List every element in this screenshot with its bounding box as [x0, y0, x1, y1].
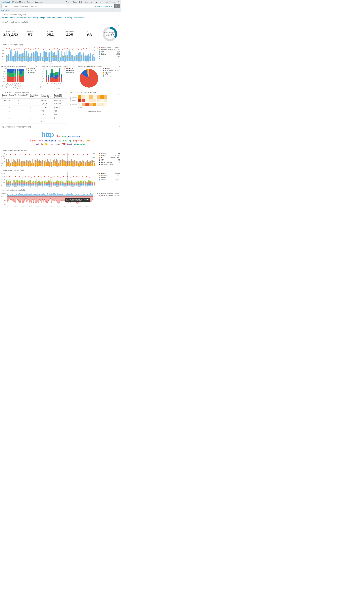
- edit-button[interactable]: Edit: [79, 1, 82, 3]
- table-row[interactable]: 111128128: [1, 113, 67, 116]
- expand-icon[interactable]: ⤢: [36, 66, 37, 68]
- table-header[interactable]: Destination Ports ◇: [29, 93, 41, 98]
- heat-cell[interactable]: [85, 103, 89, 106]
- table-header[interactable]: Destination(s) ◇: [17, 93, 29, 98]
- heat-cell[interactable]: [93, 99, 96, 102]
- legend-item[interactable]: Attempt1,040: [99, 179, 120, 181]
- legend-toggle-icon[interactable]: ❯: [96, 192, 98, 195]
- table-header[interactable]: Bandwidth (Outgoing) ◇: [53, 93, 67, 98]
- legend-item[interactable]: Intrusion Detection Ev457.8: [99, 49, 120, 51]
- table-row[interactable]: 10100: [1, 120, 67, 123]
- legend-item[interactable]: 84.2: [99, 55, 120, 57]
- legend-toggle-icon[interactable]: ❯: [100, 68, 102, 89]
- heat-cell[interactable]: [85, 99, 89, 102]
- wordcloud-word[interactable]: netbios-dgm: [74, 143, 85, 145]
- legend-item[interactable]: Firewall1,760.8: [99, 155, 120, 157]
- wordcloud-word[interactable]: snmp: [38, 140, 43, 142]
- expand-icon[interactable]: ⤢: [65, 91, 67, 93]
- legend-item[interactable]: VPN77: [99, 159, 120, 161]
- table-header[interactable]: Source(s) ◇: [8, 93, 17, 98]
- heatmap-prev-icon[interactable]: ❮: [118, 93, 120, 96]
- legend-item[interactable]: /Attempt: [28, 71, 36, 73]
- table-row[interactable]: 353275,800264,950: [1, 106, 67, 109]
- legend-toggle-icon[interactable]: ❯: [96, 47, 98, 49]
- add-filter-button[interactable]: Add a filter +: [1, 9, 10, 11]
- heat-cell[interactable]: [104, 103, 107, 106]
- expand-icon[interactable]: ⤢: [118, 169, 120, 171]
- heat-cell[interactable]: [93, 95, 96, 99]
- legend-item[interactable]: VPN: [103, 73, 120, 75]
- heat-cell[interactable]: [104, 99, 107, 102]
- legend-item[interactable]: /Success: [28, 69, 36, 71]
- legend-item[interactable]: Events2,258: [99, 152, 120, 155]
- heat-cell[interactable]: [89, 103, 92, 106]
- table-header[interactable]: Bandwidth (Incoming) ◇: [41, 93, 53, 98]
- legend-item[interactable]: Content Security0: [99, 161, 120, 163]
- expand-icon[interactable]: ⤢: [119, 66, 120, 68]
- legend-item[interactable]: VPN81.4: [99, 51, 120, 53]
- lucene-hint[interactable]: Uses lucene query syntax: [92, 4, 114, 8]
- time-range-picker[interactable]: Last 24 hours: [105, 1, 115, 3]
- heat-cell[interactable]: [97, 99, 100, 102]
- wordcloud-word[interactable]: tcp: [58, 139, 61, 142]
- legend-item[interactable]: Success630: [99, 175, 120, 177]
- heat-cell[interactable]: [82, 103, 85, 106]
- legend-item[interactable]: Anti-Virus: [103, 71, 120, 73]
- expand-icon[interactable]: ⤢: [118, 150, 120, 151]
- wordcloud-word[interactable]: smtp: [62, 135, 66, 137]
- legend-item[interactable]: Firewall: [103, 68, 120, 69]
- table-row[interactable]: 101775456: [1, 109, 67, 113]
- legend-toggle-icon[interactable]: ❯: [25, 68, 27, 88]
- nav-link[interactable]: DNS Overview: [74, 17, 85, 19]
- legend-toggle-icon[interactable]: ❯: [96, 152, 98, 155]
- legend-item[interactable]: Failure570: [99, 177, 120, 179]
- legend-toggle-icon[interactable]: ❯: [96, 172, 98, 175]
- legend-item[interactable]: Inbound Bandwidth10.1MB: [99, 192, 120, 194]
- wordcloud-word[interactable]: ms-sql-m: [44, 139, 56, 142]
- heat-cell[interactable]: [97, 95, 100, 99]
- wordcloud-word[interactable]: telnet: [67, 143, 72, 145]
- heat-cell[interactable]: [97, 103, 100, 106]
- legend-item[interactable]: /Failure: [28, 68, 36, 69]
- heat-cell[interactable]: [78, 99, 81, 102]
- nav-link[interactable]: Network Overview: [1, 17, 15, 19]
- clone-button[interactable]: Clone: [73, 1, 77, 3]
- wordcloud-word[interactable]: 255: [56, 135, 60, 138]
- wordcloud-word[interactable]: FTP: [62, 143, 65, 145]
- expand-icon[interactable]: ⤢: [118, 14, 120, 15]
- legend-item[interactable]: /Attempt: [66, 69, 74, 71]
- wordcloud-word[interactable]: ssh: [51, 143, 54, 145]
- legend-item[interactable]: Outbound Bandwid-32.0MB: [99, 194, 120, 196]
- reporting-button[interactable]: Reporting: [84, 1, 92, 3]
- expand-icon[interactable]: ⤢: [118, 43, 120, 45]
- wordcloud-word[interactable]: ftp: [69, 140, 71, 142]
- nav-link[interactable]: Network Suspicious Activity: [17, 17, 38, 19]
- heat-cell[interactable]: [82, 99, 85, 102]
- nav-link[interactable]: Endpoint OS Activity: [57, 17, 72, 19]
- table-row[interactable]: 12100: [1, 116, 67, 120]
- time-next-icon[interactable]: ❯: [118, 1, 120, 3]
- legend-item[interactable]: Operating System: [103, 75, 120, 77]
- wordcloud-word[interactable]: auth: [36, 143, 39, 145]
- wordcloud-word[interactable]: https/SSL: [73, 139, 84, 142]
- wordcloud-word[interactable]: irc: [41, 143, 43, 145]
- wordcloud-word[interactable]: SSH: [45, 143, 49, 145]
- heat-cell[interactable]: [104, 95, 107, 99]
- expand-icon[interactable]: ⤢: [74, 66, 75, 68]
- legend-item[interactable]: Network-based IDS/IP419.8: [99, 157, 120, 159]
- share-button[interactable]: Share: [66, 1, 70, 3]
- legend-item[interactable]: 87.8: [99, 57, 120, 59]
- expand-icon[interactable]: ⤢: [118, 126, 120, 128]
- expand-icon[interactable]: ⤢: [118, 189, 120, 191]
- legend-item[interactable]: Firewall Events1,561.2: [99, 47, 120, 49]
- heat-cell[interactable]: [78, 95, 81, 99]
- wordcloud-word[interactable]: other: [30, 139, 36, 142]
- legend-item[interactable]: Events1,976.2: [99, 172, 120, 175]
- collapse-icon[interactable]: ⤡: [116, 21, 117, 23]
- heat-cell[interactable]: [85, 95, 89, 99]
- heat-cell[interactable]: [93, 103, 96, 106]
- wordcloud-word[interactable]: http: [42, 131, 54, 139]
- legend-item[interactable]: /Success: [66, 71, 74, 73]
- breadcrumb-root[interactable]: Dashboard: [1, 1, 10, 3]
- table-header[interactable]: Device ◇: [1, 93, 8, 98]
